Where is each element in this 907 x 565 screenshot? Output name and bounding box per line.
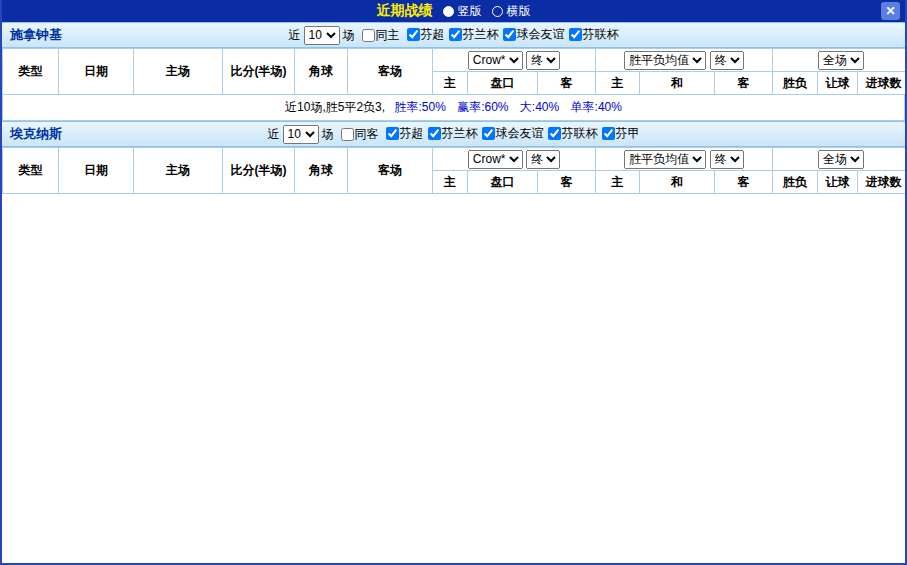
col-score: 比分(半场) [223,49,295,95]
odds-period-select[interactable]: 终 [526,51,560,70]
col-corner: 角球 [295,148,348,194]
league-filter[interactable]: 芬超 [386,125,424,142]
league-checkbox[interactable] [503,28,516,41]
close-icon[interactable]: ✕ [881,2,900,20]
avg-odds-select[interactable]: 胜平负均值 [624,51,706,70]
recent-results-popup: 近期战绩 竖版 横版 ✕ 施拿钟基 近 10 场 同主 芬超芬兰杯球会友谊芬联杯 [0,0,907,565]
summary-row: 近10场,胜5平2负3, 胜率:50% 赢率:60% 大:40% 单率:40% [2,95,905,121]
scope-select[interactable]: 全场 [818,51,864,70]
sub-col-goals: 进球数 [858,171,907,194]
league-checkbox[interactable] [482,127,495,140]
near-label: 近 [268,126,280,143]
scope-header: 全场 [773,49,907,72]
match-count-select[interactable]: 10 [304,26,340,45]
league-label: 芬兰杯 [463,26,499,43]
sub-col-handicap: 盘口 [468,171,538,194]
league-checkbox[interactable] [569,28,582,41]
col-score: 比分(半场) [223,148,295,194]
layout-vertical-radio[interactable]: 竖版 [443,3,482,20]
avg-odds-header: 胜平负均值 终 [596,148,773,171]
odds-provider-header: Crow* 终 [433,148,596,171]
league-checkbox[interactable] [449,28,462,41]
league-checkbox[interactable] [428,127,441,140]
ekenas-results-table: 类型 日期 主场 比分(半场) 角球 客场 Crow* 终 胜平负均值 终 全场 [2,147,907,194]
sub-col-away-odds: 客 [538,72,596,95]
league-filter[interactable]: 球会友谊 [503,26,565,43]
league-filter[interactable]: 芬兰杯 [449,26,499,43]
same-venue-checkbox[interactable] [362,29,375,42]
sub-col-draw: 和 [640,171,715,194]
match-count-select[interactable]: 10 [283,125,319,144]
sub-col-draw: 和 [640,72,715,95]
scope-header: 全场 [773,148,907,171]
sub-col-home-odds: 主 [433,171,468,194]
league-checkbox[interactable] [548,127,561,140]
odds-provider-select[interactable]: Crow* [468,51,523,70]
sub-col-let: 让球 [818,72,858,95]
league-filter[interactable]: 芬超 [407,26,445,43]
team-name: 埃克纳斯 [10,125,62,143]
sub-col-win: 主 [596,72,640,95]
league-label: 芬甲 [616,125,640,142]
sub-col-result: 胜负 [773,171,818,194]
same-venue-filter[interactable]: 同客 [341,126,379,143]
radio-vertical-label: 竖版 [458,3,482,20]
league-filter[interactable]: 芬联杯 [569,26,619,43]
col-away: 客场 [348,49,433,95]
sub-col-home-odds: 主 [433,72,468,95]
sub-col-goals: 进球数 [858,72,907,95]
scope-select[interactable]: 全场 [818,150,864,169]
odds-provider-header: Crow* 终 [433,49,596,72]
filter-bar: 近 10 场 同主 芬超芬兰杯球会友谊芬联杯 [289,26,619,45]
col-date: 日期 [59,148,134,194]
col-date: 日期 [59,49,134,95]
sjk-results-table: 类型 日期 主场 比分(半场) 角球 客场 Crow* 终 胜平负均值 终 全场 [2,48,907,95]
radio-horizontal-label: 横版 [507,3,531,20]
league-filter[interactable]: 芬甲 [602,125,640,142]
league-filter-list: 芬超芬兰杯球会友谊芬联杯芬甲 [382,125,640,143]
sub-col-away-odds: 客 [538,171,596,194]
section-header-ekenas: 埃克纳斯 近 10 场 同客 芬超芬兰杯球会友谊芬联杯芬甲 [2,121,905,147]
col-home: 主场 [134,148,223,194]
odds-period-select[interactable]: 终 [526,150,560,169]
page-title: 近期战绩 [377,2,433,20]
radio-selected-icon [443,6,454,17]
section-header-sjk: 施拿钟基 近 10 场 同主 芬超芬兰杯球会友谊芬联杯 [2,22,905,48]
same-venue-label: 同客 [355,126,379,143]
sub-col-handicap: 盘口 [468,72,538,95]
col-home: 主场 [134,49,223,95]
league-label: 芬联杯 [583,26,619,43]
odds-provider-select[interactable]: Crow* [468,150,523,169]
league-filter[interactable]: 芬联杯 [548,125,598,142]
league-checkbox[interactable] [407,28,420,41]
games-label: 场 [322,126,334,143]
avg-period-select[interactable]: 终 [710,150,744,169]
league-label: 芬超 [421,26,445,43]
filter-bar: 近 10 场 同客 芬超芬兰杯球会友谊芬联杯芬甲 [268,125,640,144]
league-filter-list: 芬超芬兰杯球会友谊芬联杯 [403,26,619,44]
league-label: 球会友谊 [517,26,565,43]
league-checkbox[interactable] [386,127,399,140]
same-venue-checkbox[interactable] [341,128,354,141]
col-type: 类型 [3,49,59,95]
sub-col-result: 胜负 [773,72,818,95]
league-label: 芬联杯 [562,125,598,142]
sub-col-let: 让球 [818,171,858,194]
avg-odds-select[interactable]: 胜平负均值 [624,150,706,169]
same-venue-label: 同主 [376,27,400,44]
near-label: 近 [289,27,301,44]
team-name: 施拿钟基 [10,26,62,44]
league-filter[interactable]: 球会友谊 [482,125,544,142]
league-label: 球会友谊 [496,125,544,142]
col-corner: 角球 [295,49,348,95]
sub-col-lose: 客 [715,171,773,194]
league-checkbox[interactable] [602,127,615,140]
col-away: 客场 [348,148,433,194]
league-filter[interactable]: 芬兰杯 [428,125,478,142]
layout-horizontal-radio[interactable]: 横版 [492,3,531,20]
sub-col-lose: 客 [715,72,773,95]
avg-period-select[interactable]: 终 [710,51,744,70]
same-venue-filter[interactable]: 同主 [362,27,400,44]
sub-col-win: 主 [596,171,640,194]
radio-unselected-icon [492,6,503,17]
